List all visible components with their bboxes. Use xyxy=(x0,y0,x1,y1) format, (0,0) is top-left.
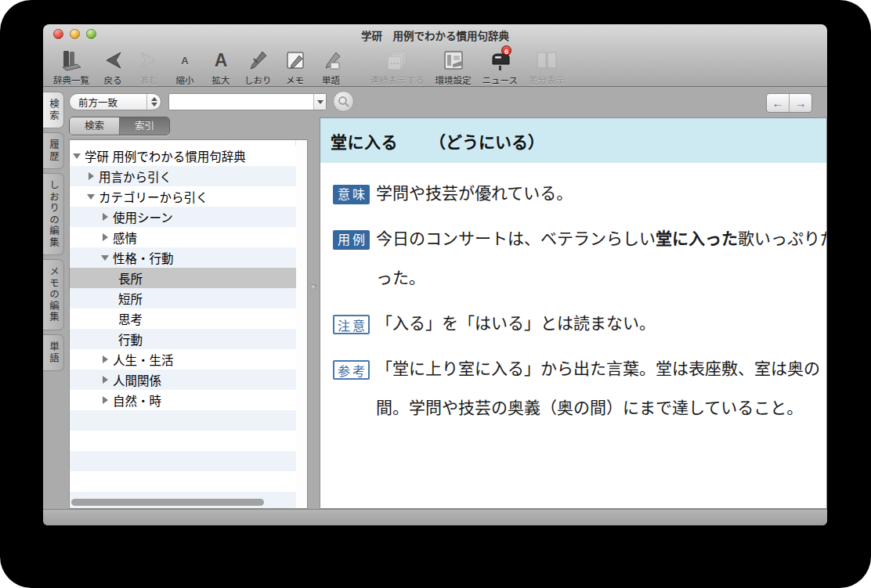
tree-item[interactable]: 性格・行動 xyxy=(70,247,296,268)
tree-item-label: 長所 xyxy=(118,269,143,287)
toolbar-label: 戻る xyxy=(104,74,122,86)
right-arrow-icon: → xyxy=(795,96,807,110)
tree-item[interactable]: 短所 xyxy=(70,288,296,308)
large-letter-a-icon: A xyxy=(208,48,233,73)
triangle-down-icon[interactable] xyxy=(101,255,109,261)
tree-item[interactable]: 使用シーン xyxy=(70,207,296,227)
toolbar-news-button[interactable]: 6 ニュース xyxy=(477,45,523,86)
window-chrome: 学研 用例でわかる慣用句辞典 辞典一覧 戻る xyxy=(43,24,827,87)
search-button[interactable] xyxy=(333,91,354,112)
side-tab-strip: 検索 履歴 しおりの編集 メモの編集 単語 xyxy=(43,92,69,371)
tree-item-label: 短所 xyxy=(118,290,143,307)
tab-search[interactable]: 検索 xyxy=(70,117,120,135)
dictionary-app-window: 学研 用例でわかる慣用句辞典 辞典一覧 戻る xyxy=(43,24,827,525)
stepper-arrows-icon xyxy=(146,94,161,110)
side-tab-words[interactable]: 単語 xyxy=(43,334,64,371)
tree-item-label: 感情 xyxy=(113,229,137,246)
toolbar-bookmark-button[interactable]: しおり xyxy=(239,45,277,86)
tree-item-label: 用言から引く xyxy=(99,168,172,185)
books-icon xyxy=(59,48,84,73)
triangle-right-icon[interactable] xyxy=(103,355,108,363)
triangle-down-icon[interactable] xyxy=(87,194,95,200)
section-text-segment: 「堂に上り室に入る」から出た言葉。堂は表座敷、室は奥の間。学問や技芸の奥義（奥の… xyxy=(376,359,820,417)
toolbar-zoom-in-button[interactable]: A 拡大 xyxy=(203,45,239,86)
status-bar xyxy=(43,509,827,525)
tree-item[interactable]: カテゴリーから引く xyxy=(70,186,296,207)
tree-item[interactable]: 人間関係 xyxy=(70,370,296,390)
tab-index[interactable]: 索引 xyxy=(120,117,169,135)
toolbar-continuous-display-button: 連続表示する xyxy=(365,45,430,86)
triangle-right-icon[interactable] xyxy=(89,172,94,180)
tree-item-label: 自然・時 xyxy=(113,391,161,409)
side-tab-history[interactable]: 履歴 xyxy=(43,132,64,169)
tree-item-label: 行動 xyxy=(118,330,143,348)
toolbar-word-button[interactable]: 単語 xyxy=(313,45,349,86)
search-input-combo xyxy=(168,93,327,110)
splitter-handle[interactable] xyxy=(311,284,316,290)
back-arrow-icon xyxy=(100,48,125,73)
forward-arrow-icon xyxy=(136,48,161,73)
side-tab-search[interactable]: 検索 xyxy=(43,92,64,128)
tree-item[interactable]: 行動 xyxy=(70,329,296,349)
history-nav-buttons: ← → xyxy=(766,93,812,113)
match-mode-popup[interactable]: 前方一致 xyxy=(69,93,161,110)
section-text-segment: 学問や技芸が優れている。 xyxy=(376,184,573,202)
section-text: 注意「入る」を「はいる」とは読まない。 xyxy=(333,304,827,343)
tree-item[interactable]: 用言から引く xyxy=(70,166,296,186)
mailbox-icon: 6 xyxy=(487,48,512,73)
history-forward-button[interactable]: → xyxy=(790,94,811,112)
stacked-cards-icon xyxy=(385,48,410,73)
tree-item-label: 性格・行動 xyxy=(113,249,174,266)
toolbar-label: 縮小 xyxy=(176,74,194,86)
section-text: 意味学問や技芸が優れている。 xyxy=(333,174,827,213)
triangle-right-icon[interactable] xyxy=(103,376,108,384)
toolbar-dictionary-list-button[interactable]: 辞典一覧 xyxy=(48,45,95,86)
section-text: 用例今日のコンサートは、ベテランらしい堂に入った歌いっぷりだった。 xyxy=(333,219,827,298)
tree-item[interactable]: 人生・生活 xyxy=(70,349,296,370)
toolbar-label: 単語 xyxy=(322,74,340,86)
triangle-right-icon[interactable] xyxy=(103,233,108,241)
triangle-down-icon[interactable] xyxy=(73,153,81,159)
entry-section: 用例今日のコンサートは、ベテランらしい堂に入った歌いっぷりだった。 xyxy=(333,219,804,298)
triangle-right-icon[interactable] xyxy=(103,396,108,404)
toolbar-memo-button[interactable]: メモ xyxy=(277,45,313,86)
toolbar-label: メモ xyxy=(286,74,304,86)
split-panels-icon xyxy=(534,48,559,73)
index-tree: 学研 用例でわかる慣用句辞典用言から引くカテゴリーから引く使用シーン感情性格・行… xyxy=(70,146,296,508)
toolbar-label: 環境設定 xyxy=(436,74,472,86)
entry-header: 堂に入る （どうにいる） xyxy=(320,118,826,163)
history-back-button[interactable]: ← xyxy=(767,94,790,112)
section-text-segment: 今日のコンサートは、ベテランらしい xyxy=(376,229,656,247)
tree-item[interactable]: 感情 xyxy=(70,227,296,247)
tree-vertical-scrollbar-track[interactable] xyxy=(295,140,307,508)
tree-item[interactable]: 自然・時 xyxy=(70,390,296,410)
tree-item[interactable]: 長所 xyxy=(70,268,296,288)
triangle-right-icon[interactable] xyxy=(103,213,108,221)
tree-item-label: 使用シーン xyxy=(113,208,173,225)
toolbar-label: 差分表示 xyxy=(529,74,565,86)
section-text-segment: 「入る」を「はいる」とは読まない。 xyxy=(376,314,656,332)
tree-item[interactable]: 学研 用例でわかる慣用句辞典 xyxy=(70,146,296,166)
section-label-badge: 意味 xyxy=(333,185,370,204)
view-mode-segmented-control: 検索 索引 xyxy=(69,117,170,135)
combo-dropdown-button[interactable] xyxy=(313,94,326,110)
toolbar-back-button[interactable]: 戻る xyxy=(95,45,131,86)
tree-item-label: 思考 xyxy=(118,310,143,327)
small-letter-a-icon: A xyxy=(172,48,197,73)
search-input[interactable] xyxy=(169,94,313,110)
tree-item[interactable]: 思考 xyxy=(70,308,296,329)
toolbar-label: しおり xyxy=(244,74,272,86)
toolbar-preferences-button[interactable]: 環境設定 xyxy=(430,45,477,86)
toolbar-label: 進む xyxy=(140,74,158,86)
word-pen-icon xyxy=(319,48,344,73)
side-tab-memo-edit[interactable]: メモの編集 xyxy=(43,259,64,330)
toolbar-zoom-out-button[interactable]: A 縮小 xyxy=(167,45,203,86)
section-label-badge: 用例 xyxy=(333,230,370,250)
match-mode-value: 前方一致 xyxy=(70,95,146,110)
side-tab-bookmark-edit[interactable]: しおりの編集 xyxy=(43,173,64,255)
index-tree-panel: 学研 用例でわかる慣用句辞典用言から引くカテゴリーから引く使用シーン感情性格・行… xyxy=(69,139,308,509)
titlebar[interactable]: 学研 用例でわかる慣用句辞典 xyxy=(43,24,827,44)
tree-horizontal-scrollbar-thumb[interactable] xyxy=(71,499,264,506)
tree-item-label: 学研 用例でわかる慣用句辞典 xyxy=(85,147,246,164)
toolbar-diff-view-button: 差分表示 xyxy=(523,45,570,86)
